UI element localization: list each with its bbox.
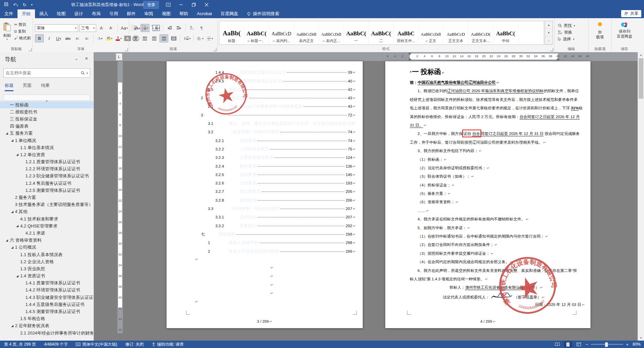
zoom-slider-thumb[interactable] [605,342,608,347]
select-button[interactable]: 选择▾ [558,36,575,42]
nav-tab-标题[interactable]: 标题 [5,82,13,91]
toc-row[interactable]: 2.12024 年经会计师事务所审计的财务报表43↵ [187,104,356,112]
copy-button[interactable]: ⧉ 复制 [14,29,31,34]
toc-row[interactable]: 3.2《初步评审》中响应的资料74↵ [187,129,356,138]
undo-icon[interactable]: ↶▾ [13,2,18,7]
styles-dialog-launcher[interactable] [550,48,553,51]
nav-heading-item[interactable]: 1.1 投标人基本情况表 [0,251,94,258]
nav-heading-item[interactable]: 一 投标函 [0,101,94,108]
toc-row[interactable]: 3.2.2人员和设备要求75↵ [187,146,356,155]
document-page-3[interactable]: 1.4.3职业健康安全管理体系认证证书↵1.4.4五星级售后服务认证证书39↵1… [167,61,363,328]
toc-row[interactable]: 1.4.5测量管理体系认证证书40↵ [187,78,356,87]
tab-审阅[interactable]: 审阅 [140,9,157,18]
tab-文件[interactable]: 文件 [0,9,17,18]
read-mode-icon[interactable] [553,341,561,347]
language-indicator[interactable]: 简体中文(中国大陆) [72,341,121,348]
nav-heading-item[interactable]: 1.2.5 测量管理体系认证证书 [0,187,94,194]
toc-row[interactable]: 3.1违法、违规、重大安全事故及其他不良记录，近年发生的诉讼及仲裁情况72↵ [187,121,356,129]
toc-row[interactable]: 七其他材料298↵ [187,232,356,240]
toc-row[interactable]: 3.2.1资格要求74↵ [187,138,356,146]
align-right-icon[interactable] [150,35,158,42]
tell-me-search[interactable]: 操作说明搜索 [243,9,283,18]
nav-heading-item[interactable]: 3 技术服务承诺（主要说明服务质量等） [0,201,94,208]
zoom-out-icon[interactable]: − [585,342,588,347]
vertical-scrollbar[interactable]: ▲ ▼ [638,52,644,341]
text-effects-icon[interactable]: A▾ [96,35,104,42]
distribute-icon[interactable] [170,35,178,42]
toc-row[interactable]: 3.2.8其他要求206↵ [187,198,356,206]
grow-font-icon[interactable]: Aˆ [98,24,106,32]
paste-button[interactable]: 粘贴 ▾ [1,22,13,41]
find-button[interactable]: 查找▾ [558,22,575,29]
track-changes-indicator[interactable]: 修订: 关闭 [121,341,148,348]
nav-heading-item[interactable]: 五 服务方案 [0,130,94,137]
change-case-icon[interactable]: Aa▾ [120,24,129,32]
first-line-indent-marker[interactable] [408,53,412,55]
jump-to-top-button[interactable] [3,95,90,101]
expand-triangle-icon[interactable] [11,246,13,249]
nav-heading-item[interactable]: 六 资格审查资料 [0,237,94,244]
horizontal-ruler[interactable]: 6422468101214161820222426283032343638404… [94,52,638,61]
align-center-icon[interactable] [141,35,149,42]
tab-百度网盘[interactable]: 百度网盘 [216,9,243,18]
save-icon[interactable] [4,2,8,7]
nav-heading-item[interactable]: 4.2.1 承诺 [0,230,94,237]
expand-triangle-icon[interactable] [11,325,13,327]
toc-row[interactable]: 3.2.3主要设备场地要求124↵ [187,155,356,163]
nav-heading-item[interactable]: 1.5 年检合格 [0,315,94,322]
toc-row[interactable]: 3.2.6信誉要求193↵ [187,180,356,189]
multilevel-list-icon[interactable]: 1 a i▾ [151,24,160,32]
decrease-indent-icon[interactable]: ◀ [166,24,174,32]
nav-heading-item[interactable]: 1.4.5 测量管理体系认证证书 [0,308,94,315]
nav-heading-item[interactable]: 1.1 单位基本情况 [0,144,94,151]
share-button[interactable]: 共享 [621,10,641,17]
tab-引用[interactable]: 引用 [105,9,122,18]
tab-开始[interactable]: 开始 [17,9,35,18]
superscript-icon[interactable]: x2 [83,35,91,42]
toc-row[interactable]: 1.4.4五星级售后服务认证证书39↵ [187,70,356,78]
styles-scroll-down-icon[interactable]: ▼ [545,29,552,37]
expand-triangle-icon[interactable] [16,153,19,156]
nav-heading-item[interactable]: 1.4 资质证书 [0,273,94,280]
page-indicator[interactable]: 第 4 页, 共 299 页 [0,341,40,348]
format-painter-button[interactable]: 🖌 格式刷 [14,36,31,41]
document-page-4[interactable]: ·一 投标函↵致：中国石油天然气股份有限公司辽河油田分公司↵1、根据已收到的辽河… [385,61,591,328]
align-left-icon[interactable] [131,35,139,42]
login-button[interactable]: 登录 [143,1,159,9]
subscript-icon[interactable]: x2 [73,35,81,42]
expand-triangle-icon[interactable] [11,139,13,142]
ribbon-display-options-icon[interactable] [165,2,172,7]
restore-button[interactable] [190,2,197,7]
highlight-color-icon[interactable]: ab▾ [105,35,113,42]
nav-heading-item[interactable]: 1.2 单位资质 [0,151,94,158]
word-count[interactable]: 4/48409 个字 [40,341,72,348]
zoom-slider[interactable] [591,344,623,345]
nav-heading-item[interactable]: 二 授权委托书 [0,108,94,115]
style-item[interactable]: AaBb(标题 [219,21,244,44]
styles-scroll-up-icon[interactable]: ▲ [545,21,552,29]
styles-more-icon[interactable]: ⌄ [545,37,552,44]
nav-heading-item[interactable]: 1.4.3 职业健康安全管理体系认证证书 [0,294,94,301]
nav-heading-item[interactable]: 1 公司概况 [0,244,94,251]
nav-heading-item[interactable]: 三 投标保证金 [0,115,94,123]
toc-row[interactable]: 1.5年检合格42↵ [187,87,356,95]
replace-button[interactable]: ab⇄ac 替换 [558,29,575,36]
tab-邮件[interactable]: 邮件 [122,9,140,18]
style-item[interactable]: AaBbC(中间 [493,21,518,44]
tab-stop-selector[interactable]: L [116,53,122,61]
expand-triangle-icon[interactable] [6,239,8,242]
toc-row[interactable]: 3.2.7联合体要求205↵ [187,189,356,197]
qat-customize-icon[interactable]: ▾ [31,3,33,6]
close-button[interactable] [203,2,210,7]
shrink-font-icon[interactable]: Aˇ [107,24,115,32]
nav-heading-item[interactable]: 1.2.1 质量管理体系认证证书 [0,159,94,166]
nav-heading-item[interactable]: 2.1 2024年经会计师事务所审计的财务报表 [0,329,94,337]
font-dialog-launcher[interactable] [125,48,128,51]
paragraph-dialog-launcher[interactable] [213,48,216,51]
underline-button[interactable]: U▾ [55,35,63,42]
style-item[interactable]: AaBbCcD↵ 表内列... [269,21,294,44]
nav-heading-item[interactable]: 1 单位概况 [0,137,94,144]
clipboard-dialog-launcher[interactable] [29,48,32,51]
scroll-up-icon[interactable]: ▲ [638,52,644,58]
nav-heading-item[interactable]: 1.4.4 五星级售后服务认证证书 [0,301,94,308]
